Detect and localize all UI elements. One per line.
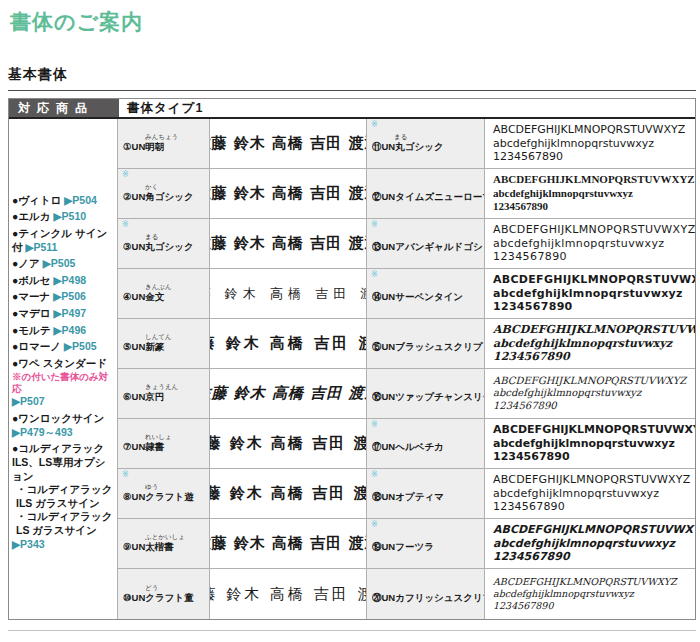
table-row: きょうえん ⑥UN京円 佐藤 鈴木 高橋 吉田 渡辺 ⑯UNツァップチャンスリー… bbox=[118, 369, 695, 419]
font-name-cell: ※ ゆう ⑧UNクラフト遊 bbox=[118, 469, 210, 518]
product-name: ●コルディアラック ILS、LS専用オプション bbox=[12, 442, 106, 481]
sample-line-digits: 1234567890 bbox=[493, 600, 695, 612]
page-link[interactable]: ▶P505 bbox=[43, 257, 76, 269]
font-name-label: ⑭UNサーペンタイン bbox=[372, 291, 484, 304]
page-link[interactable]: ▶P506 bbox=[53, 290, 86, 302]
sample-line-digits: 1234567890 bbox=[493, 200, 695, 214]
latin-sample-cell: ABCDEFGHIJKLMNOPQRSTUVWXYZ abcdefghijklm… bbox=[485, 119, 695, 168]
font-name-label: ⑤UN新篆 bbox=[123, 341, 209, 354]
sample-line-lower: abcdefghijklmnopqrstuvwxyz bbox=[493, 137, 695, 151]
sample-line-upper: ABCDEFGHIJKLMNOPQRSTUVWXYZ bbox=[493, 473, 695, 487]
ja-sample-cell: 佐藤 鈴木 高橋 吉田 渡辺 bbox=[210, 119, 367, 168]
page-link[interactable]: ▶P507 bbox=[12, 395, 45, 407]
table-row: しんてん ⑤UN新篆 佐藤 鈴木 高橋 吉田 渡辺 ⑮UNブラッシュスクリプト … bbox=[118, 319, 695, 369]
ja-sample-cell: 佐藤 鈴木 高橋 吉田 渡辺 bbox=[210, 419, 367, 468]
font-name-label: ⑪UN丸ゴシック bbox=[372, 141, 484, 154]
ja-sample-cell: 佐藤 鈴木 高橋 吉田 渡辺 bbox=[210, 519, 367, 568]
asterisk-marker: ※ bbox=[371, 421, 378, 429]
table-row: れいしょ ⑦UN隷書 佐藤 鈴木 高橋 吉田 渡辺 ※ ⑰UNヘルベチカ ABC… bbox=[118, 419, 695, 469]
font-name-label: ④UN金文 bbox=[123, 291, 209, 304]
ja-sample-cell: 佐藤 鈴木 高橋 吉田 渡辺 bbox=[210, 369, 367, 418]
asterisk-marker: ※ bbox=[371, 271, 378, 279]
products-header: 対応商品 bbox=[9, 99, 119, 117]
table-row: ふとかいしょ ⑨UN太楷書 佐藤 鈴木 高橋 吉田 渡辺 ※ ⑲UNフーツラ A… bbox=[118, 519, 695, 569]
furigana bbox=[372, 183, 484, 191]
product-name: ●ノア bbox=[12, 257, 40, 269]
table-row: きんぶん ④UN金文 佐藤 鈴木 高橋 吉田 渡辺 ※ ⑭UNサーペンタイン A… bbox=[118, 269, 695, 319]
product-name: ●ヴィトロ bbox=[12, 194, 61, 206]
sample-line-lower: abcdefghijklmnopqrstuvwxyz bbox=[493, 537, 695, 551]
font-name-cell: ※ まる ③UN丸ゴシック bbox=[118, 219, 210, 268]
font-name-label: ⑨UN太楷書 bbox=[123, 541, 209, 554]
ja-sample-cell: 佐藤 鈴木 高橋 吉田 渡辺 bbox=[210, 269, 367, 318]
section-title: 基本書体 bbox=[8, 66, 696, 91]
font-name-cell: れいしょ ⑦UN隷書 bbox=[118, 419, 210, 468]
furigana bbox=[372, 433, 484, 441]
table-row: どう ⑩UNクラフト童 佐藤 鈴木 高橋 吉田 渡辺 ⑳UNカフリッシュスクリプ… bbox=[118, 569, 695, 619]
asterisk-marker: ※ bbox=[371, 121, 378, 129]
font-name-cell: どう ⑩UNクラフト童 bbox=[118, 569, 210, 619]
page-link[interactable]: ▶P511 bbox=[25, 241, 57, 253]
sample-line-upper: ABCDEFGHIJKLMNOPQRSTUVWXYZ bbox=[493, 523, 695, 537]
sample-line-upper: ABCDEFGHIJKLMNOPQRSTUVWXYZ bbox=[493, 173, 695, 187]
page-title: 書体のご案内 bbox=[10, 8, 143, 36]
product-name: ●ボルセ bbox=[12, 274, 51, 286]
furigana: ふとかいしょ bbox=[123, 533, 209, 541]
asterisk-marker: ※ bbox=[371, 471, 378, 479]
font-rows: みんちょう ①UN明朝 佐藤 鈴木 高橋 吉田 渡辺 ※ まる ⑪UN丸ゴシック… bbox=[118, 119, 695, 619]
asterisk-marker: ※ bbox=[371, 521, 378, 529]
asterisk-marker: ※ bbox=[122, 171, 129, 179]
sample-line-upper: ABCDEFGHIJKLMNOPQRSTUVWXYZ bbox=[493, 423, 695, 437]
compatible-products-sidebar: ●ヴィトロ ▶P504 ●エルカ ▶P510 ●ティンクル サイン付 ▶P511… bbox=[9, 119, 118, 619]
furigana bbox=[372, 283, 484, 291]
sample-line-lower: abcdefghijklmnopqrstuvwxyz bbox=[493, 387, 695, 400]
font-name-cell: ⑫UNタイムズニューローマン bbox=[367, 169, 485, 218]
ja-sample-cell: 佐藤 鈴木 高橋 吉田 渡辺 bbox=[210, 469, 367, 518]
sample-line-upper: ABCDEFGHIJKLMNOPQRSTUVWXYZ bbox=[493, 223, 695, 237]
ja-sample-cell: 佐藤 鈴木 高橋 吉田 渡辺 bbox=[210, 569, 367, 619]
page-link[interactable]: ▶P505 bbox=[64, 340, 97, 352]
furigana bbox=[372, 533, 484, 541]
latin-sample-cell: ABCDEFGHIJKLMNOPQRSTUVWXYZ abcdefghijklm… bbox=[485, 469, 695, 518]
font-name-cell: きょうえん ⑥UN京円 bbox=[118, 369, 210, 418]
furigana: しんてん bbox=[123, 333, 209, 341]
sample-line-upper: ABCDEFGHIJKLMNOPQRSTUVWXYZ bbox=[493, 375, 695, 388]
furigana bbox=[372, 233, 484, 241]
furigana bbox=[372, 333, 484, 341]
font-name-label: ⑰UNヘルベチカ bbox=[372, 441, 484, 454]
page-link[interactable]: ▶P504 bbox=[64, 194, 97, 206]
sample-line-digits: 1234567890 bbox=[493, 550, 695, 564]
page-link[interactable]: ▶P343 bbox=[12, 538, 45, 550]
sidebar-item: ●ロマーノ ▶P505 bbox=[12, 340, 115, 354]
ja-sample-cell: 佐藤 鈴木 高橋 吉田 渡辺 bbox=[210, 319, 367, 368]
sidebar-item: ●モルテ ▶P496 bbox=[12, 324, 115, 338]
sidebar-item: ●ヴィトロ ▶P504 bbox=[12, 194, 115, 208]
sidebar-item: ●ティンクル サイン付 ▶P511 bbox=[12, 227, 115, 254]
product-sub-item: ・コルディアラック LS ガラスサイン bbox=[12, 510, 115, 537]
bottom-divider bbox=[8, 630, 696, 631]
page-link[interactable]: ▶P479～493 bbox=[12, 426, 73, 438]
font-name-cell: ⑳UNカフリッシュスクリプト bbox=[367, 569, 485, 619]
product-name: ●ワンロックサイン bbox=[12, 412, 104, 424]
font-name-label: ③UN丸ゴシック bbox=[123, 241, 209, 254]
font-name-cell: ※ まる ⑪UN丸ゴシック bbox=[367, 119, 485, 168]
font-name-label: ⑫UNタイムズニューローマン bbox=[372, 191, 484, 204]
font-name-label: ⑯UNツァップチャンスリー bbox=[372, 391, 484, 404]
page-link[interactable]: ▶P498 bbox=[54, 274, 87, 286]
font-table: 対応商品 書体タイプ1 ●ヴィトロ ▶P504 ●エルカ ▶P510 ●ティンク… bbox=[8, 98, 696, 620]
asterisk-marker: ※ bbox=[122, 221, 129, 229]
sample-line-digits: 1234567890 bbox=[493, 450, 695, 464]
asterisk-support-note: ※の付いた書体のみ対応 bbox=[12, 371, 115, 396]
font-name-cell: ※ ⑬UNアバンギャルドゴシック bbox=[367, 219, 485, 268]
product-name: ●エルカ bbox=[12, 210, 51, 222]
page-link[interactable]: ▶P510 bbox=[54, 210, 87, 222]
sample-line-lower: abcdefghijklmnopqrstuvwxyz bbox=[493, 287, 695, 301]
product-name: ●モルテ bbox=[12, 324, 51, 336]
sample-line-upper: ABCDEFGHIJKLMNOPQRSTUVWXYZ bbox=[493, 323, 695, 337]
page-link[interactable]: ▶P496 bbox=[54, 324, 87, 336]
sidebar-item: ●ボルセ ▶P498 bbox=[12, 274, 115, 288]
furigana: ゆう bbox=[123, 483, 209, 491]
table-row: ※ ゆう ⑧UNクラフト遊 佐藤 鈴木 高橋 吉田 渡辺 ※ ⑱UNオプティマ … bbox=[118, 469, 695, 519]
font-name-cell: ※ かく ②UN角ゴシック bbox=[118, 169, 210, 218]
page-link[interactable]: ▶P497 bbox=[54, 307, 87, 319]
